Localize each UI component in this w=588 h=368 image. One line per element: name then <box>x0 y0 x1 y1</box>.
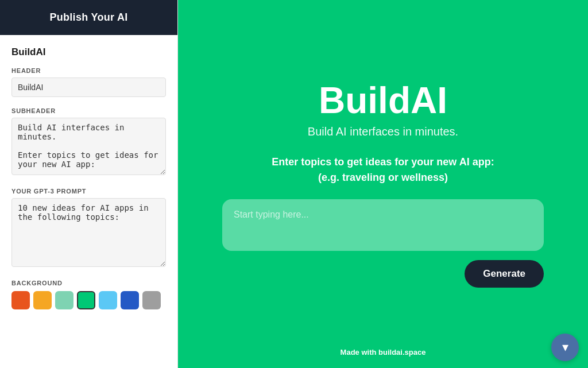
generate-row: Generate <box>222 260 544 288</box>
background-label: BACKGROUND <box>11 280 166 286</box>
publish-bar[interactable]: Publish Your AI <box>0 0 177 35</box>
color-swatch-green[interactable] <box>77 291 95 309</box>
color-swatch-light-blue[interactable] <box>99 291 117 309</box>
header-input[interactable] <box>11 78 166 97</box>
chat-bubble-button[interactable]: ▾ <box>551 334 579 361</box>
app-title: BuildAI <box>319 80 447 121</box>
footer-text: Made with buildai.space <box>341 348 426 357</box>
prompt-textarea[interactable]: 10 new ideas for AI apps in the followin… <box>11 198 166 267</box>
header-label: HEADER <box>11 67 166 74</box>
header-section: HEADER <box>11 67 166 97</box>
left-content: BuildAI HEADER SUBHEADER Build AI interf… <box>0 35 177 368</box>
left-panel: Publish Your AI BuildAI HEADER SUBHEADER… <box>0 0 178 368</box>
background-section: BACKGROUND <box>11 280 166 309</box>
color-swatch-blue[interactable] <box>121 291 139 309</box>
app-instruction: Enter topics to get ideas for your new A… <box>272 154 494 185</box>
app-subtitle: Build AI interfaces in minutes. <box>308 125 458 138</box>
chat-icon: ▾ <box>562 340 568 355</box>
color-swatch-orange[interactable] <box>11 291 30 309</box>
subheader-label: SUBHEADER <box>11 107 166 114</box>
subheader-textarea[interactable]: Build AI interfaces in minutes. Enter to… <box>11 118 166 175</box>
color-swatch-gray[interactable] <box>142 291 161 309</box>
prompt-section: YOUR GPT-3 PROMPT 10 new ideas for AI ap… <box>11 188 166 269</box>
input-placeholder: Start typing here... <box>234 210 309 219</box>
color-swatches <box>11 291 166 309</box>
right-panel: BuildAI Build AI interfaces in minutes. … <box>178 0 588 368</box>
section-title: BuildAI <box>11 47 166 58</box>
prompt-label: YOUR GPT-3 PROMPT <box>11 188 166 195</box>
color-swatch-light-green[interactable] <box>55 291 74 309</box>
subheader-section: SUBHEADER Build AI interfaces in minutes… <box>11 107 166 177</box>
generate-button[interactable]: Generate <box>465 260 544 288</box>
main-input-area[interactable]: Start typing here... <box>222 199 544 251</box>
color-swatch-yellow[interactable] <box>33 291 52 309</box>
